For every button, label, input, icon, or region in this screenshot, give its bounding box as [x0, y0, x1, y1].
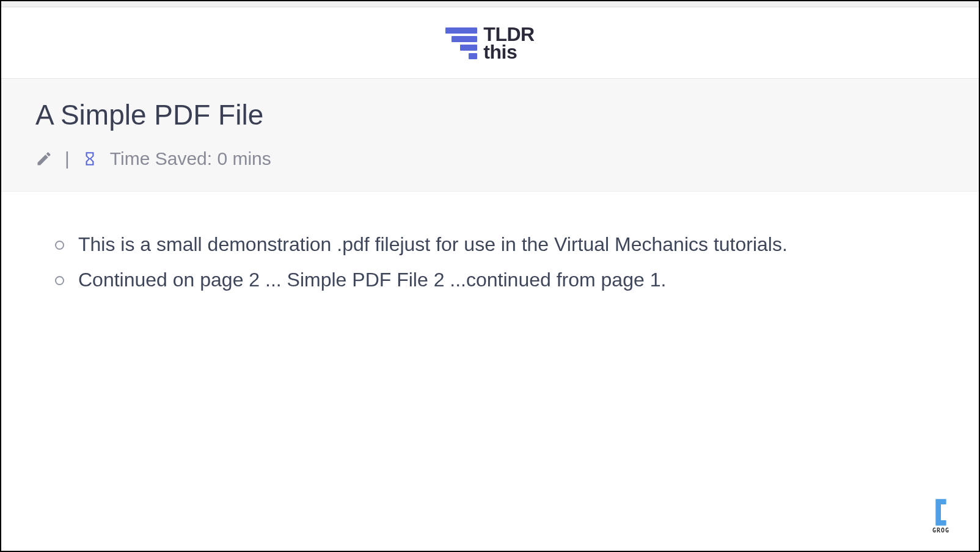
summary-content: This is a small demonstration .pdf filej… [1, 192, 979, 337]
time-saved-label: Time Saved: 0 mins [110, 148, 271, 169]
meta-divider: | [65, 148, 70, 169]
grog-badge[interactable]: GROG [932, 499, 949, 534]
grog-label: GROG [932, 527, 949, 534]
brand-line-2: this [483, 43, 534, 61]
brand-text: TLDR this [483, 26, 534, 61]
app-header: TLDR this [1, 7, 979, 79]
summary-list: This is a small demonstration .pdf filej… [35, 228, 945, 297]
brand-logo[interactable]: TLDR this [445, 26, 534, 61]
title-section: A Simple PDF File | Time Saved: 0 mins [1, 79, 979, 192]
summary-point: Continued on page 2 ... Simple PDF File … [55, 264, 945, 296]
page-title: A Simple PDF File [35, 98, 945, 131]
edit-icon[interactable] [35, 150, 53, 167]
hourglass-icon [82, 150, 98, 168]
bracket-icon [933, 499, 949, 526]
meta-row: | Time Saved: 0 mins [35, 148, 945, 169]
funnel-icon [445, 27, 477, 59]
summary-point: This is a small demonstration .pdf filej… [55, 228, 945, 261]
browser-chrome [1, 1, 979, 7]
